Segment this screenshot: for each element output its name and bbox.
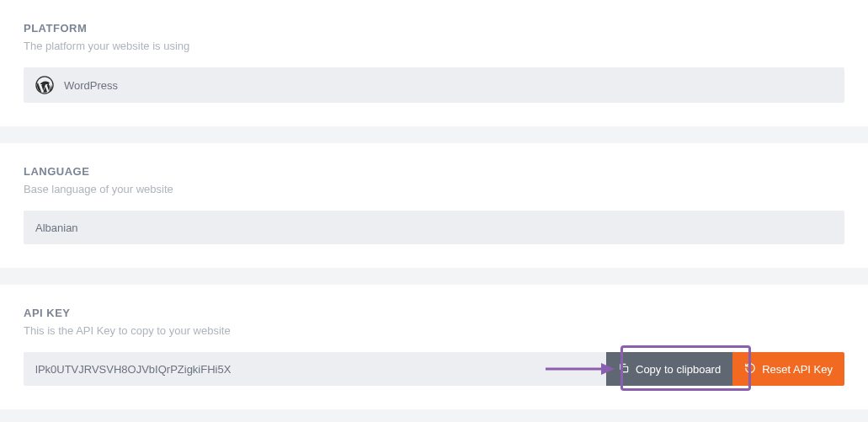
api-key-section: API KEY This is the API Key to copy to y… [0,285,868,409]
wordpress-icon [35,76,54,94]
api-key-value: lPk0UTVJRVSVH8OJVbIQrPZigkiFHi5X [35,363,231,376]
api-key-title: API KEY [24,307,844,319]
language-value: Albanian [35,222,78,234]
reset-api-key-button[interactable]: Reset API Key [732,352,844,386]
platform-title: PLATFORM [24,22,844,35]
api-key-subtitle: This is the API Key to copy to your webs… [24,324,844,337]
copy-to-clipboard-button[interactable]: Copy to clipboard [606,352,732,386]
api-key-value-box: lPk0UTVJRVSVH8OJVbIQrPZigkiFHi5X [24,352,606,386]
language-section: LANGUAGE Base language of your website A… [0,143,868,268]
language-title: LANGUAGE [24,165,844,178]
svg-rect-1 [622,366,627,371]
reset-icon [744,362,756,377]
platform-subtitle: The platform your website is using [24,40,844,52]
platform-value-box: WordPress [24,67,844,103]
language-subtitle: Base language of your website [24,183,844,195]
language-value-box: Albanian [24,211,844,244]
api-key-row: lPk0UTVJRVSVH8OJVbIQrPZigkiFHi5X Copy to… [24,352,844,386]
reset-button-label: Reset API Key [762,363,833,376]
platform-section: PLATFORM The platform your website is us… [0,0,868,126]
copy-icon [618,362,630,377]
copy-button-label: Copy to clipboard [636,363,721,376]
platform-value: WordPress [64,79,118,92]
